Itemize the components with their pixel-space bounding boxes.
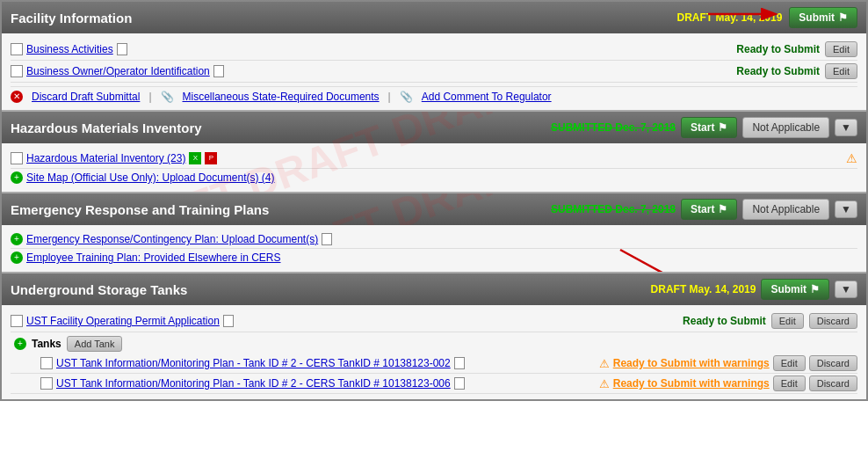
- business-activities-edit-button[interactable]: Edit: [825, 41, 857, 57]
- tank-2-discard-button[interactable]: Discard: [809, 375, 857, 391]
- ust-draft-label: DRAFT May. 14, 2019: [651, 283, 756, 295]
- tank-row-left-1: UST Tank Information/Monitoring Plan - T…: [28, 357, 465, 369]
- row-left-2: + Site Map (Official Use Only): Upload D…: [11, 171, 275, 184]
- hazardous-collapse-button[interactable]: ▼: [835, 119, 857, 136]
- discard-icon: ✕: [11, 91, 23, 103]
- business-owner-status: Ready to Submit: [736, 65, 820, 77]
- site-map-link[interactable]: Site Map (Official Use Only): Upload Doc…: [26, 171, 275, 184]
- er-start-label: Start: [691, 203, 714, 215]
- row-right-2: Ready to Submit Edit: [736, 63, 857, 79]
- discard-draft-link[interactable]: Discard Draft Submittal: [32, 91, 140, 103]
- tank-2-link[interactable]: UST Tank Information/Monitoring Plan - T…: [56, 377, 451, 390]
- facility-draft-label: DRAFT May. 14, 2019: [677, 11, 783, 24]
- tanks-label-row: + Tanks Add Tank: [11, 332, 857, 354]
- row-left: Business Activities: [11, 43, 127, 55]
- tank-2-edit-button[interactable]: Edit: [773, 375, 806, 391]
- ust-body: UST Facility Operating Permit Applicatio…: [2, 305, 866, 399]
- tank-1-discard-button[interactable]: Discard: [809, 355, 857, 371]
- list-icon-hz: [11, 152, 23, 164]
- facility-row-business-activities: Business Activities Ready to Submit Edit: [11, 39, 857, 61]
- submit-flag-icon: ⚑: [838, 11, 848, 24]
- employee-training-link[interactable]: Employee Training Plan: Provided Elsewhe…: [26, 252, 280, 264]
- ust-collapse-button[interactable]: ▼: [835, 281, 857, 298]
- emergency-not-applicable-button[interactable]: Not Applicable: [742, 199, 829, 220]
- tank-row-right-2: ⚠ Ready to Submit with warnings Edit Dis…: [599, 375, 857, 391]
- row-right: Ready to Submit Edit: [736, 41, 857, 57]
- ust-facility-row: UST Facility Operating Permit Applicatio…: [11, 310, 857, 332]
- circle-green-er1: +: [11, 233, 23, 245]
- tank-2-status[interactable]: Ready to Submit with warnings: [613, 377, 770, 390]
- emergency-collapse-button[interactable]: ▼: [835, 200, 857, 218]
- ust-doc-icon: [223, 315, 234, 327]
- hazardous-start-button[interactable]: Start ⚑: [681, 117, 737, 138]
- er-row-left-1: + Emergency Response/Contingency Plan: U…: [11, 233, 332, 245]
- er-start-flag-icon: ⚑: [718, 203, 727, 215]
- facility-submit-label: Submit: [799, 11, 835, 24]
- hazardous-row-1: Hazardous Material Inventory (23) X P ⚠: [11, 149, 857, 169]
- facility-submit-button[interactable]: Submit ⚑: [789, 7, 857, 28]
- hazardous-inventory-link[interactable]: Hazardous Material Inventory (23): [26, 152, 185, 164]
- business-activities-status: Ready to Submit: [736, 43, 820, 55]
- warning-icon-t2: ⚠: [599, 377, 610, 390]
- xls-icon: X: [189, 152, 201, 164]
- warning-icon-t1: ⚠: [599, 357, 610, 370]
- business-owner-edit-button[interactable]: Edit: [825, 63, 857, 79]
- row-right-hz: ⚠: [846, 151, 857, 165]
- facility-header-right: DRAFT May. 14, 2019 Submit ⚑: [677, 7, 858, 28]
- ust-row-right: Ready to Submit Edit Discard: [683, 313, 857, 329]
- emergency-body: + Emergency Response/Contingency Plan: U…: [2, 225, 866, 272]
- list-icon-ust: [11, 315, 23, 327]
- ust-permit-link[interactable]: UST Facility Operating Permit Applicatio…: [26, 315, 220, 327]
- add-tank-button[interactable]: Add Tank: [67, 336, 123, 352]
- hazardous-row-2: + Site Map (Official Use Only): Upload D…: [11, 169, 857, 186]
- emergency-submitted-label: SUBMITTED Dec. 7, 2018: [551, 203, 676, 215]
- emergency-header: Emergency Response and Training Plans SU…: [2, 193, 866, 225]
- tank-row-2: UST Tank Information/Monitoring Plan - T…: [11, 374, 857, 394]
- upload-doc-icon: [322, 233, 332, 245]
- add-comment-link[interactable]: Add Comment To Regulator: [422, 91, 552, 103]
- ust-header-right: DRAFT May. 14, 2019 Submit ⚑ ▼: [651, 279, 857, 300]
- emergency-section: DRAFT DRAFT DRAFT Emergency Response and…: [2, 193, 866, 273]
- start-label: Start: [691, 121, 714, 134]
- ust-facility-edit-button[interactable]: Edit: [771, 313, 804, 329]
- tank-row-1: UST Tank Information/Monitoring Plan - T…: [11, 354, 857, 374]
- emergency-row-2: + Employee Training Plan: Provided Elsew…: [11, 249, 857, 266]
- emergency-start-button[interactable]: Start ⚑: [681, 199, 737, 220]
- list-icon: [11, 65, 23, 77]
- emergency-response-link[interactable]: Emergency Response/Contingency Plan: Upl…: [26, 233, 318, 245]
- hazardous-header-right: SUBMITTED Dec. 7, 2018 Start ⚑ Not Appli…: [551, 117, 857, 138]
- pdf-icon: P: [205, 152, 217, 164]
- tank-row-left-2: UST Tank Information/Monitoring Plan - T…: [28, 377, 465, 390]
- hazardous-not-applicable-button[interactable]: Not Applicable: [742, 117, 829, 138]
- hazardous-header: Hazardous Materials Inventory SUBMITTED …: [2, 112, 866, 143]
- hazardous-section: DRAFT DRAFT DRAFT Hazardous Materials In…: [2, 112, 866, 193]
- ust-title: Underground Storage Tanks: [11, 282, 187, 297]
- emergency-title: Emergency Response and Training Plans: [11, 202, 269, 217]
- tank-1-status[interactable]: Ready to Submit with warnings: [613, 357, 770, 369]
- circle-green-er2: +: [11, 252, 23, 264]
- facility-header: Facility Information DRAFT May. 14, 2019…: [2, 2, 866, 33]
- doc-icon-2: [213, 65, 224, 77]
- tanks-label: Tanks: [32, 338, 61, 350]
- ust-submit-button[interactable]: Submit ⚑: [761, 279, 829, 300]
- row-left: Hazardous Material Inventory (23) X P: [11, 152, 217, 164]
- hazardous-body: Hazardous Material Inventory (23) X P ⚠ …: [2, 143, 866, 192]
- ust-header: Underground Storage Tanks DRAFT May. 14,…: [2, 273, 866, 305]
- facility-row-business-owner: Business Owner/Operator Identification R…: [11, 61, 857, 83]
- misc-docs-link[interactable]: Miscellaneous State-Required Documents: [183, 91, 380, 103]
- list-icon-t1: [40, 357, 53, 369]
- circle-green-icon-hz: +: [11, 171, 23, 184]
- business-activities-link[interactable]: Business Activities: [26, 43, 113, 55]
- circle-green-tanks: +: [14, 338, 26, 350]
- ust-facility-discard-button[interactable]: Discard: [809, 313, 857, 329]
- ust-row-left: UST Facility Operating Permit Applicatio…: [11, 315, 234, 327]
- facility-body: Business Activities Ready to Submit Edit…: [2, 33, 866, 110]
- misc-clip-icon: 📎: [161, 91, 174, 103]
- facility-title: Facility Information: [11, 11, 132, 26]
- hazardous-title: Hazardous Materials Inventory: [11, 120, 202, 135]
- business-owner-link[interactable]: Business Owner/Operator Identification: [26, 65, 210, 77]
- tank-1-edit-button[interactable]: Edit: [773, 355, 806, 371]
- er-row-left-2: + Employee Training Plan: Provided Elsew…: [11, 252, 280, 264]
- hazardous-submitted-label: SUBMITTED Dec. 7, 2018: [551, 121, 676, 134]
- tank-1-link[interactable]: UST Tank Information/Monitoring Plan - T…: [56, 357, 451, 369]
